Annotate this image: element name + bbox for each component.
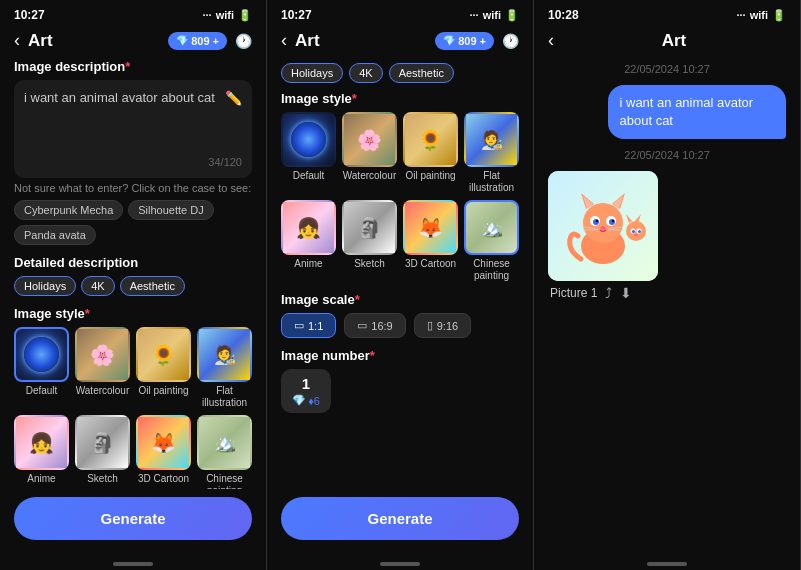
style-name-oil-2: Oil painting	[405, 170, 455, 182]
style-thumb-default-2	[281, 112, 336, 167]
style-item-sketch-1[interactable]: 🗿 Sketch	[75, 415, 130, 489]
style-item-chinese-2[interactable]: 🏔️ Chinese painting	[464, 200, 519, 282]
style-thumb-sketch-1: 🗿	[75, 415, 130, 470]
gem-count-1: 809 +	[191, 35, 219, 47]
page-title-1: Art	[28, 31, 160, 51]
chip-holidays-1[interactable]: Holidays	[14, 276, 76, 296]
style-name-flat-2: Flat illustration	[464, 170, 519, 194]
gem-icon-1: 💎	[176, 35, 188, 46]
chip-4k-1[interactable]: 4K	[81, 276, 114, 296]
home-indicator-1	[0, 550, 266, 570]
style-item-chinese-1[interactable]: 🏔️ Chinese painting	[197, 415, 252, 489]
svg-point-25	[635, 234, 638, 236]
style-item-watercolour-1[interactable]: 🌸 Watercolour	[75, 327, 130, 409]
back-button-3[interactable]: ‹	[548, 30, 554, 51]
style-item-default-1[interactable]: Default	[14, 327, 69, 409]
svg-point-11	[596, 220, 598, 222]
share-icon[interactable]: ⤴	[605, 285, 612, 301]
header-1: ‹ Art 💎 809 + 🕐	[0, 26, 266, 59]
style-item-flat-2[interactable]: 🧑‍🎨 Flat illustration	[464, 112, 519, 194]
style-thumb-watercolour-2: 🌸	[342, 112, 397, 167]
status-icons-2: ··· wifi 🔋	[469, 9, 519, 22]
style-item-3d-2[interactable]: 🦊 3D Cartoon	[403, 200, 458, 282]
style-name-anime-1: Anime	[27, 473, 55, 485]
panel-2-content: Image style* Default 🌸 Watercolour 🌻	[267, 91, 533, 489]
style-item-3d-1[interactable]: 🦊 3D Cartoon	[136, 415, 191, 489]
hint-chip-silhouette[interactable]: Silhouette DJ	[128, 200, 213, 220]
timestamp-1: 22/05/2024 10:27	[548, 63, 786, 75]
hint-chip-cyberpunk[interactable]: Cyberpunk Mecha	[14, 200, 123, 220]
style-name-anime-2: Anime	[294, 258, 322, 270]
style-name-sketch-1: Sketch	[87, 473, 118, 485]
style-name-3d-2: 3D Cartoon	[405, 258, 456, 270]
clock-icon-1[interactable]: 🕐	[235, 33, 252, 49]
style-item-flat-1[interactable]: 🧑‍🎨 Flat illustration	[197, 327, 252, 409]
style-item-default-2[interactable]: Default	[281, 112, 336, 194]
back-button-2[interactable]: ‹	[281, 30, 287, 51]
chip-aesthetic-2[interactable]: Aesthetic	[389, 63, 454, 83]
default-glow	[24, 337, 60, 373]
signal-icon-1: ···	[202, 9, 211, 21]
time-2: 10:27	[281, 8, 312, 22]
number-selector-2[interactable]: 1 💎 ♦6	[281, 369, 331, 413]
chip-aesthetic-1[interactable]: Aesthetic	[120, 276, 185, 296]
gem-icon-2: 💎	[443, 35, 455, 46]
svg-point-10	[609, 219, 615, 225]
description-container-1: i want an animal avator about cat ✏️ 34/…	[14, 80, 252, 178]
gem-badge-1[interactable]: 💎 809 +	[168, 32, 227, 50]
style-thumb-oil-2: 🌻	[403, 112, 458, 167]
style-item-anime-2[interactable]: 👧 Anime	[281, 200, 336, 282]
scale-9-16[interactable]: ▯ 9:16	[414, 313, 471, 338]
style-item-oil-2[interactable]: 🌻 Oil painting	[403, 112, 458, 194]
panel-2: 10:27 ··· wifi 🔋 ‹ Art 💎 809 + 🕐 Holiday…	[267, 0, 534, 570]
chip-holidays-2[interactable]: Holidays	[281, 63, 343, 83]
scale-1-1[interactable]: ▭ 1:1	[281, 313, 336, 338]
style-name-watercolour-2: Watercolour	[343, 170, 397, 182]
style-grid-2: Default 🌸 Watercolour 🌻 Oil painting 🧑‍🎨…	[281, 112, 519, 282]
page-title-3: Art	[562, 31, 786, 51]
description-input-1[interactable]: i want an animal avator about cat	[24, 90, 242, 150]
style-thumb-flat-1: 🧑‍🎨	[197, 327, 252, 382]
scale-16-9[interactable]: ▭ 16:9	[344, 313, 405, 338]
style-item-sketch-2[interactable]: 🗿 Sketch	[342, 200, 397, 282]
char-count-1: 34/120	[24, 156, 242, 168]
style-thumb-3d-2: 🦊	[403, 200, 458, 255]
style-thumb-chinese-1: 🏔️	[197, 415, 252, 470]
clock-icon-2[interactable]: 🕐	[502, 33, 519, 49]
wand-icon-1[interactable]: ✏️	[225, 90, 242, 106]
style-thumb-watercolour-1: 🌸	[75, 327, 130, 382]
header-3: ‹ Art	[534, 26, 800, 59]
generate-button-2[interactable]: Generate	[281, 497, 519, 540]
svg-point-18	[626, 221, 646, 241]
generate-button-1[interactable]: Generate	[14, 497, 252, 540]
style-name-chinese-2: Chinese painting	[464, 258, 519, 282]
status-icons-3: ··· wifi 🔋	[736, 9, 786, 22]
download-icon[interactable]: ⬇	[620, 285, 632, 301]
style-item-watercolour-2[interactable]: 🌸 Watercolour	[342, 112, 397, 194]
svg-point-24	[638, 230, 641, 233]
wifi-icon-1: wifi	[216, 9, 234, 21]
detail-label-1: Detailed description	[14, 255, 252, 270]
status-icons-1: ··· wifi 🔋	[202, 9, 252, 22]
gem-badge-2[interactable]: 💎 809 +	[435, 32, 494, 50]
scale-options-2: ▭ 1:1 ▭ 16:9 ▯ 9:16	[281, 313, 519, 338]
style-name-3d-1: 3D Cartoon	[138, 473, 189, 485]
style-label-1: Image style*	[14, 306, 252, 321]
hint-chip-panda[interactable]: Panda avata	[14, 225, 96, 245]
chip-4k-2[interactable]: 4K	[349, 63, 382, 83]
scale-label-2: Image scale*	[281, 292, 519, 307]
style-name-chinese-1: Chinese painting	[197, 473, 252, 489]
home-indicator-2	[267, 550, 533, 570]
style-item-anime-1[interactable]: 👧 Anime	[14, 415, 69, 489]
image-actions: Picture 1 ⤴ ⬇	[548, 281, 658, 305]
style-item-oil-1[interactable]: 🌻 Oil painting	[136, 327, 191, 409]
style-name-sketch-2: Sketch	[354, 258, 385, 270]
back-button-1[interactable]: ‹	[14, 30, 20, 51]
chat-area: 22/05/2024 10:27 i want an animal avator…	[534, 59, 800, 550]
style-thumb-sketch-2: 🗿	[342, 200, 397, 255]
panel-1-content: Image description* i want an animal avat…	[0, 59, 266, 489]
timestamp-2: 22/05/2024 10:27	[548, 149, 786, 161]
style-grid-1: Default 🌸 Watercolour 🌻 Oil painting 🧑‍🎨	[14, 327, 252, 489]
style-name-watercolour-1: Watercolour	[76, 385, 130, 397]
style-thumb-oil-1: 🌻	[136, 327, 191, 382]
